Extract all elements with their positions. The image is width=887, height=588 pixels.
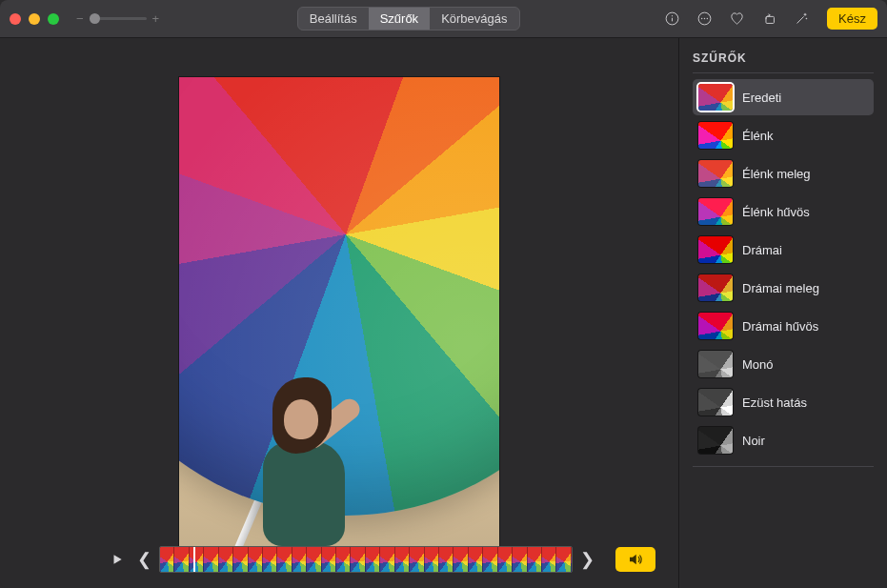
wand-icon [794, 10, 810, 27]
filter-item-dramatic[interactable]: Drámai [693, 232, 874, 268]
filmstrip-frame [322, 547, 336, 572]
close-window-button[interactable] [10, 13, 21, 25]
svg-point-4 [701, 18, 702, 19]
filter-item-dramatic-warm[interactable]: Drámai meleg [693, 270, 874, 306]
filter-thumb [698, 236, 733, 263]
filter-label: Drámai hűvös [742, 319, 818, 334]
filter-label: Élénk meleg [742, 167, 811, 181]
filmstrip-frame [542, 547, 556, 572]
filter-label: Drámai meleg [742, 281, 819, 295]
filter-item-vivid[interactable]: Élénk [693, 117, 874, 153]
info-button[interactable] [657, 7, 686, 30]
filmstrip-frame [336, 547, 351, 572]
filter-label: Élénk hűvös [742, 205, 810, 219]
trim-start-handle[interactable]: ❮ [135, 549, 153, 570]
trim-end-handle[interactable]: ❯ [578, 549, 596, 570]
filter-item-dramatic-cool[interactable]: Drámai hűvös [693, 308, 874, 344]
play-icon [111, 553, 124, 566]
volume-button[interactable] [615, 547, 655, 572]
filmstrip-frame [351, 547, 365, 572]
filter-thumb [698, 313, 733, 339]
info-icon [664, 10, 680, 27]
filmstrip-frame [439, 547, 454, 572]
filmstrip-frame [425, 547, 439, 572]
filmstrip-frame [528, 547, 542, 572]
filmstrip-frame [307, 547, 321, 572]
filter-list: EredetiÉlénkÉlénk melegÉlénk hűvösDrámai… [693, 79, 874, 458]
filmstrip-frame [366, 547, 380, 572]
filter-item-mono[interactable]: Monó [693, 346, 874, 382]
filter-thumb [698, 160, 733, 187]
filmstrip-frame [249, 547, 263, 572]
filter-thumb [698, 427, 733, 454]
zoom-in-icon: + [152, 11, 160, 26]
filter-label: Drámai [742, 243, 782, 257]
filter-label: Eredeti [742, 91, 781, 105]
filter-item-vivid-warm[interactable]: Élénk meleg [693, 155, 874, 192]
zoom-knob[interactable] [90, 13, 100, 24]
svg-point-5 [703, 18, 704, 19]
filmstrip-frame [174, 547, 189, 572]
filmstrip-frame [263, 547, 277, 572]
filmstrip-frame [190, 547, 204, 572]
svg-point-6 [706, 18, 707, 19]
more-icon [696, 10, 713, 27]
zoom-slider[interactable]: − + [76, 11, 159, 26]
minimize-window-button[interactable] [29, 13, 40, 25]
video-filmstrip[interactable] [159, 546, 573, 573]
filmstrip-frame [380, 547, 394, 572]
filmstrip-frame [233, 547, 248, 572]
canvas-area: ❮ ❯ [0, 38, 679, 588]
filmstrip-frame [498, 547, 513, 572]
sidebar-title: SZŰRŐK [693, 51, 874, 65]
zoom-track[interactable] [90, 17, 147, 20]
rotate-icon [761, 10, 777, 27]
tab-crop[interactable]: Körbevágás [430, 8, 518, 30]
filmstrip-frame [395, 547, 410, 572]
window-controls [10, 13, 59, 25]
filter-thumb [698, 389, 733, 416]
filter-item-noir[interactable]: Noir [693, 422, 874, 458]
filter-item-original[interactable]: Eredeti [693, 79, 874, 115]
playback-bar: ❮ ❯ [105, 544, 655, 575]
filmstrip-frame [410, 547, 424, 572]
filmstrip-frame [454, 547, 468, 572]
toolbar-icons [657, 7, 816, 30]
toolbar: − + Beállítás Szűrők Körbevágás Kész [0, 0, 887, 38]
tab-filters[interactable]: Szűrők [369, 8, 430, 30]
filter-thumb [698, 84, 733, 111]
filter-item-silvertone[interactable]: Ezüst hatás [693, 384, 874, 420]
filter-label: Ezüst hatás [742, 395, 807, 410]
filter-item-vivid-cool[interactable]: Élénk hűvös [693, 193, 874, 230]
filter-label: Élénk [742, 129, 774, 143]
filter-label: Monó [742, 357, 774, 372]
filmstrip-frame [556, 547, 571, 572]
filmstrip-frame [513, 547, 527, 572]
filmstrip-frame [160, 547, 174, 572]
play-button[interactable] [105, 547, 130, 572]
filmstrip-frame [277, 547, 292, 572]
filter-thumb [698, 198, 733, 225]
filter-thumb [698, 274, 733, 301]
divider [693, 72, 874, 73]
more-button[interactable] [690, 7, 718, 30]
zoom-out-icon: − [76, 11, 84, 26]
zoom-window-button[interactable] [48, 13, 59, 25]
filter-thumb [698, 351, 733, 377]
done-button[interactable]: Kész [827, 8, 877, 30]
svg-point-2 [672, 15, 673, 16]
volume-icon [627, 551, 644, 568]
heart-icon [729, 10, 745, 27]
filmstrip-frame [292, 547, 307, 572]
editor-mode-tabs: Beállítás Szűrők Körbevágás [297, 7, 520, 30]
filter-thumb [698, 122, 733, 149]
playhead[interactable] [193, 546, 195, 573]
divider [693, 466, 874, 467]
filter-label: Noir [742, 434, 765, 448]
auto-enhance-button[interactable] [787, 7, 816, 30]
rotate-button[interactable] [755, 7, 783, 30]
favorite-button[interactable] [722, 7, 751, 30]
photo-preview[interactable] [179, 77, 499, 556]
tab-adjust[interactable]: Beállítás [298, 8, 369, 30]
filmstrip-frame [483, 547, 497, 572]
